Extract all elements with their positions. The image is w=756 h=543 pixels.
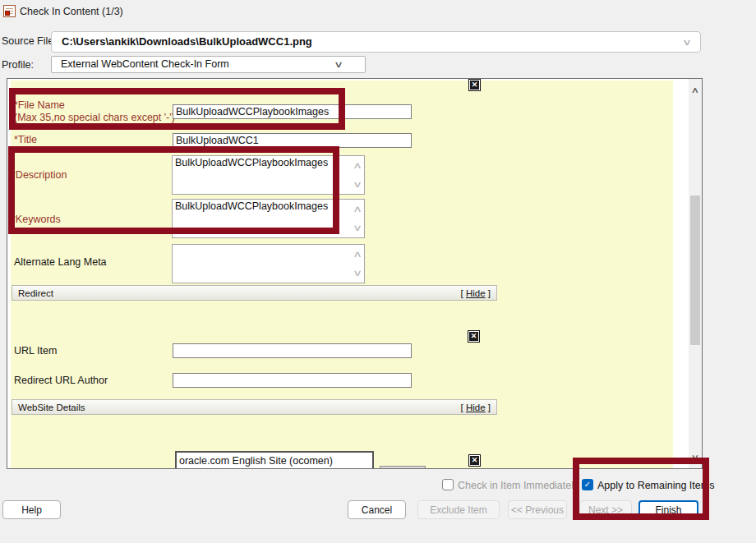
chevron-down-icon: ∨ xyxy=(682,37,692,48)
chevron-down-icon[interactable]: ∨ xyxy=(353,180,362,189)
help-button[interactable]: Help xyxy=(2,500,61,519)
checkin-immediately-label: Check in Item Immediately xyxy=(458,480,579,491)
checkin-form-icon xyxy=(3,5,16,17)
chevron-down-icon[interactable]: ∨ xyxy=(353,223,362,232)
apply-remaining-checkbox[interactable]: ✓ xyxy=(582,479,593,490)
chevron-down-icon[interactable]: ∨ xyxy=(353,269,362,278)
form-scroll-area: ✕ *File Name (Max 35,no special chars ex… xyxy=(7,79,689,468)
checkin-immediately-checkbox[interactable] xyxy=(442,479,454,490)
url-item-input[interactable] xyxy=(173,343,412,358)
alt-lang-meta-textarea[interactable] xyxy=(173,245,364,283)
redirect-section-bar: Redirect [ Hide ] xyxy=(12,285,497,301)
alt-lang-meta-textarea-wrap: ∧ ∨ xyxy=(172,244,365,283)
next-button[interactable]: Next >> xyxy=(579,500,632,519)
alt-lang-meta-label: Alternate Lang Meta xyxy=(14,256,107,268)
redirect-url-author-label: Redirect URL Author xyxy=(14,375,108,386)
finish-button[interactable]: Finish xyxy=(638,500,698,519)
chevron-up-icon[interactable]: ∧ xyxy=(353,250,362,259)
checkin-dialog: { "window": { "title": "Check In Content… xyxy=(0,0,756,543)
title-label: *Title xyxy=(14,134,37,145)
chevron-down-icon: ∨ xyxy=(334,59,343,70)
scrollbar-up-icon[interactable]: ∧ xyxy=(686,85,704,94)
description-textarea[interactable]: BulkUploadWCCPlaybookImages xyxy=(173,156,364,194)
source-file-value: C:\Users\ankik\Downloads\BulkUploadWCC1.… xyxy=(52,32,700,52)
redirect-url-author-input[interactable] xyxy=(173,373,412,388)
broken-image-x-icon: ✕ xyxy=(468,330,480,343)
website-site-input[interactable] xyxy=(175,451,374,468)
redirect-hide-link[interactable]: [ Hide ] xyxy=(461,288,491,298)
broken-image-x-icon: ✕ xyxy=(468,454,481,467)
profile-label: Profile: xyxy=(2,59,34,71)
description-textarea-wrap: BulkUploadWCCPlaybookImages ∧ ∨ xyxy=(172,155,365,195)
previous-button[interactable]: << Previous xyxy=(508,500,567,519)
apply-remaining-label: Apply to Remaining Items xyxy=(597,480,714,491)
chevron-up-icon[interactable]: ∧ xyxy=(353,205,362,214)
website-details-hide-link[interactable]: [ Hide ] xyxy=(461,403,491,412)
broken-image-x-icon: ✕ xyxy=(468,79,481,91)
page-title: Check In Content (1/3) xyxy=(20,6,123,17)
description-label: *Description xyxy=(12,169,67,181)
title-input[interactable] xyxy=(173,133,412,148)
url-item-label: URL Item xyxy=(14,345,57,357)
partial-button[interactable] xyxy=(380,466,426,468)
scrollbar-down-icon[interactable]: ∨ xyxy=(686,453,704,462)
profile-value: External WebContent Check-In Form xyxy=(52,57,365,72)
scrollbar-thumb[interactable] xyxy=(690,196,700,345)
profile-select[interactable]: External WebContent Check-In Form ∨ xyxy=(51,56,366,73)
file-name-input[interactable] xyxy=(173,104,412,119)
source-file-combobox[interactable]: C:\Users\ankik\Downloads\BulkUploadWCC1.… xyxy=(51,31,701,53)
file-name-hint: (Max 35,no special chars except '-') xyxy=(14,112,175,123)
website-details-section-title: WebSite Details xyxy=(18,403,85,412)
source-file-label: Source File: xyxy=(2,35,57,47)
checkmark-icon: ✓ xyxy=(584,481,591,489)
website-details-section-bar: WebSite Details [ Hide ] xyxy=(12,399,497,415)
exclude-item-button[interactable]: Exclude Item xyxy=(417,500,500,519)
keywords-textarea-wrap: BulkUploadWCCPlaybookImages ∧ ∨ xyxy=(172,199,365,238)
chevron-up-icon[interactable]: ∧ xyxy=(353,161,362,170)
file-name-label: *File Name xyxy=(14,99,65,111)
redirect-section-title: Redirect xyxy=(18,288,53,298)
form-scrollbar[interactable]: ∧ ∨ xyxy=(689,79,702,468)
keywords-textarea[interactable]: BulkUploadWCCPlaybookImages xyxy=(173,200,364,237)
cancel-button[interactable]: Cancel xyxy=(348,500,406,519)
checkin-form-frame: ✕ *File Name (Max 35,no special chars ex… xyxy=(7,78,703,469)
keywords-label: *Keywords xyxy=(12,214,61,225)
